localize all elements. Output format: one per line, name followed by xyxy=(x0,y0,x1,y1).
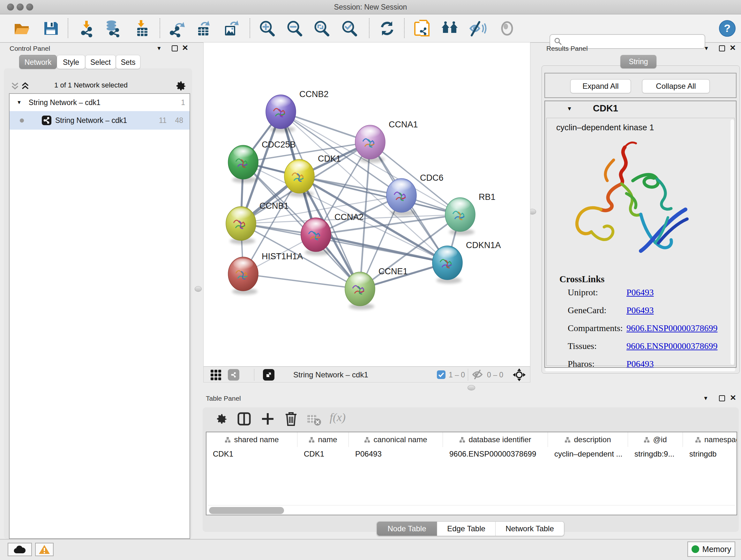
control-panel-close-icon[interactable]: ✕ xyxy=(182,44,188,52)
table-type-tabs: Node TableEdge TableNetwork Table xyxy=(377,521,564,536)
results-panel-menu-icon[interactable]: ▼ xyxy=(704,45,709,52)
gene-collapse-icon[interactable]: ▼ xyxy=(567,106,572,112)
zoom-selected-icon[interactable] xyxy=(340,19,359,38)
toolbar-separator xyxy=(369,18,369,38)
select-columns-icon[interactable] xyxy=(237,412,251,426)
tab-node-table[interactable]: Node Table xyxy=(377,522,437,536)
center-view-icon[interactable] xyxy=(513,368,526,381)
cloud-button[interactable] xyxy=(8,543,32,556)
results-vertical-scrollbar[interactable] xyxy=(731,119,734,365)
delete-table-icon xyxy=(307,415,321,426)
tab-edge-table[interactable]: Edge Table xyxy=(437,522,495,536)
birds-eye-grid-icon[interactable] xyxy=(210,369,221,381)
table-panel-close-icon[interactable]: ✕ xyxy=(730,393,736,402)
tab-sets[interactable]: Sets xyxy=(116,55,140,69)
import-network-database-icon[interactable] xyxy=(103,19,123,38)
show-all-icon[interactable] xyxy=(497,19,517,38)
crosslink-value-compartments[interactable]: 9606.ENSP00000378699 xyxy=(626,323,718,333)
node-label-CDK1: CDK1 xyxy=(318,154,341,164)
column-header-@id[interactable]: @id xyxy=(628,432,683,447)
collapse-all-icon[interactable] xyxy=(11,81,19,91)
control-panel-menu-icon[interactable]: ▼ xyxy=(156,45,162,52)
node-CCNA2[interactable]: CCNA2 xyxy=(301,212,364,255)
expand-all-button[interactable]: Expand All xyxy=(570,79,631,93)
selected-checkbox-icon[interactable] xyxy=(437,370,446,379)
table-panel-float-icon[interactable] xyxy=(719,395,725,401)
cell-@id[interactable]: stringdb:9... xyxy=(628,447,683,461)
cell-name[interactable]: CDK1 xyxy=(297,447,349,461)
main-toolbar: ? xyxy=(0,14,741,43)
node-CDK1[interactable]: CDK1 xyxy=(284,154,341,197)
network-edge-count: 48 xyxy=(175,116,183,125)
first-neighbors-icon[interactable] xyxy=(441,19,460,38)
function-builder-icon: f(x) xyxy=(330,411,346,424)
collapse-all-button[interactable]: Collapse All xyxy=(642,79,710,93)
add-column-icon[interactable] xyxy=(261,412,275,426)
network-collection-row[interactable]: ▼ String Network – cdk1 1 xyxy=(10,94,190,111)
zoom-out-icon[interactable] xyxy=(285,19,305,38)
help-icon[interactable]: ? xyxy=(718,19,737,38)
tab-network[interactable]: Network xyxy=(19,55,57,69)
table-gear-icon[interactable] xyxy=(215,413,228,425)
import-network-file-icon[interactable] xyxy=(77,19,96,38)
node-HIST1H1A[interactable]: HIST1H1A xyxy=(228,252,303,295)
bottom-splitter-handle[interactable] xyxy=(468,385,475,390)
edge-CCNE1-HIST1H1A[interactable] xyxy=(243,274,360,289)
tab-style[interactable]: Style xyxy=(57,55,85,69)
column-header-shared-name[interactable]: shared name xyxy=(206,432,297,447)
collection-expand-icon[interactable]: ▼ xyxy=(17,100,22,105)
column-header-canonical-name[interactable]: canonical name xyxy=(349,432,443,447)
tab-string[interactable]: String xyxy=(620,55,657,68)
cell-namespace[interactable]: stringdb xyxy=(683,447,737,461)
left-splitter-handle[interactable] xyxy=(195,286,202,292)
toolbar-separator xyxy=(250,18,250,38)
crosslink-value-tissues[interactable]: 9606.ENSP00000378699 xyxy=(626,341,718,351)
column-header-database-identifier[interactable]: database identifier xyxy=(443,432,548,447)
zoom-fit-icon[interactable] xyxy=(312,19,332,38)
export-image-icon[interactable] xyxy=(221,19,241,38)
hide-selected-icon[interactable] xyxy=(468,19,488,38)
network-row[interactable]: String Network – cdk1 11 48 xyxy=(10,111,190,130)
tab-select[interactable]: Select xyxy=(85,55,116,69)
node-CDKN1A[interactable]: CDKN1A xyxy=(432,240,501,284)
cell-description[interactable]: cyclin–dependent ... xyxy=(548,447,628,461)
title-bar: Session: New Session xyxy=(0,0,741,14)
column-header-name[interactable]: name xyxy=(297,432,349,447)
import-table-file-icon[interactable] xyxy=(132,19,152,38)
node-CCNA1[interactable]: CCNA1 xyxy=(355,120,418,163)
table-horizontal-scrollbar[interactable] xyxy=(209,507,284,514)
export-network-icon[interactable] xyxy=(167,19,187,38)
cell-canonical-name[interactable]: P06493 xyxy=(349,447,443,461)
column-type-icon xyxy=(364,437,370,443)
results-panel-float-icon[interactable] xyxy=(719,45,725,51)
memory-button[interactable]: Memory xyxy=(687,542,735,557)
crosslink-label-genecard: GeneCard: xyxy=(568,305,606,315)
crosslink-value-uniprot[interactable]: P06493 xyxy=(626,287,654,298)
warnings-button[interactable] xyxy=(35,543,54,556)
zoom-in-icon[interactable] xyxy=(257,19,277,38)
node-RB1[interactable]: RB1 xyxy=(445,192,495,235)
refresh-icon[interactable] xyxy=(377,19,397,38)
string-view-icon[interactable] xyxy=(228,369,239,381)
node-CCNE1[interactable]: CCNE1 xyxy=(345,266,408,310)
network-options-gear-icon[interactable] xyxy=(175,80,187,92)
results-panel-close-icon[interactable]: ✕ xyxy=(730,44,736,52)
column-header-description[interactable]: description xyxy=(548,432,628,447)
open-in-window-icon[interactable] xyxy=(263,369,274,381)
column-header-namespace[interactable]: namespace xyxy=(683,432,737,447)
cell-database-identifier[interactable]: 9606.ENSP00000378699 xyxy=(443,447,548,461)
delete-column-icon[interactable] xyxy=(285,411,297,426)
gene-details: cyclin–dependent kinase 1 CrossLinks Uni… xyxy=(546,118,735,366)
clone-network-icon[interactable] xyxy=(412,19,432,38)
table-panel-menu-icon[interactable]: ▼ xyxy=(703,395,709,401)
open-session-icon[interactable] xyxy=(12,19,31,38)
crosslink-value-genecard[interactable]: P06493 xyxy=(626,305,654,315)
save-session-icon[interactable] xyxy=(41,19,61,38)
control-panel-float-icon[interactable] xyxy=(172,45,178,51)
cell-shared-name[interactable]: CDK1 xyxy=(206,447,297,461)
expand-all-icon[interactable] xyxy=(21,81,29,91)
tab-network-table[interactable]: Network Table xyxy=(495,522,564,536)
network-canvas[interactable]: CCNB2CCNA1CDC25BCDK1CDC6RB1CCNB1CCNA2CDK… xyxy=(203,42,530,367)
export-table-icon[interactable] xyxy=(194,19,214,38)
results-horizontal-scrollbar[interactable] xyxy=(545,368,735,371)
